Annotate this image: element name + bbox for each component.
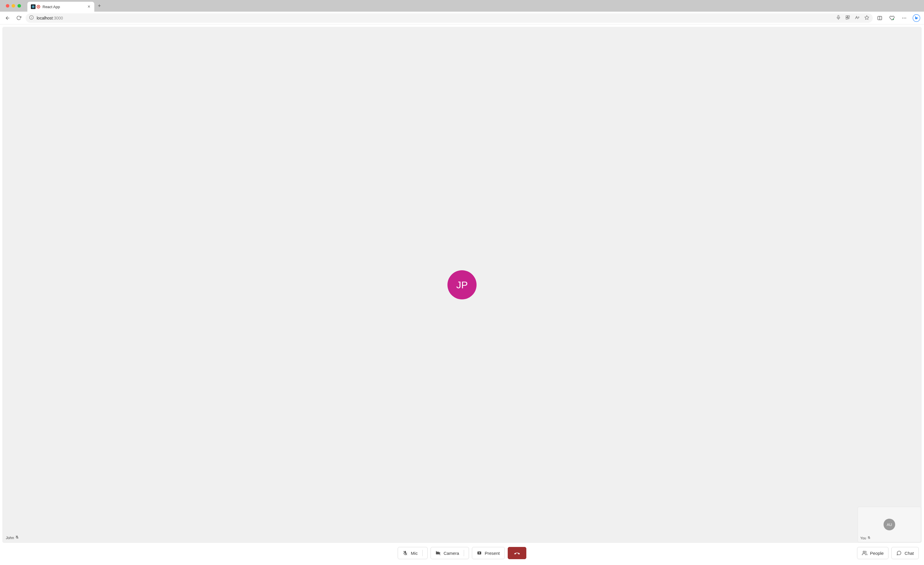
voice-search-icon[interactable] bbox=[836, 15, 841, 21]
url-host: localhost bbox=[37, 16, 53, 20]
present-icon bbox=[477, 551, 482, 556]
mic-label: Mic bbox=[411, 551, 417, 556]
recording-favicon bbox=[37, 5, 40, 9]
minimize-window-button[interactable] bbox=[12, 4, 15, 8]
tab-title: React App bbox=[42, 5, 85, 9]
people-label: People bbox=[870, 551, 884, 556]
svg-rect-9 bbox=[846, 16, 848, 17]
present-label: Present bbox=[485, 551, 500, 556]
more-menu-icon[interactable] bbox=[900, 14, 908, 22]
self-name: You bbox=[860, 536, 866, 540]
participant-avatar: JP bbox=[447, 270, 477, 299]
svg-point-20 bbox=[904, 18, 905, 18]
svg-rect-10 bbox=[848, 16, 849, 17]
video-stage: JP John AU You bbox=[2, 27, 922, 543]
hangup-button[interactable] bbox=[508, 547, 526, 559]
camera-button[interactable]: Camera bbox=[430, 547, 469, 559]
people-button[interactable]: People bbox=[857, 547, 889, 559]
mic-muted-icon bbox=[15, 535, 19, 540]
chat-button[interactable]: Chat bbox=[891, 547, 919, 559]
svg-point-19 bbox=[902, 18, 903, 18]
browser-tab[interactable]: React App × bbox=[27, 2, 94, 12]
self-name-label: You bbox=[860, 536, 871, 540]
address-bar[interactable]: localhost:3000 bbox=[26, 14, 873, 23]
people-icon bbox=[862, 550, 867, 556]
split-screen-icon[interactable] bbox=[876, 14, 884, 22]
svg-rect-11 bbox=[846, 18, 848, 19]
camera-off-icon bbox=[435, 550, 441, 556]
collections-icon[interactable] bbox=[888, 14, 896, 22]
favorite-icon[interactable] bbox=[864, 15, 869, 21]
svg-point-0 bbox=[33, 6, 33, 7]
back-button[interactable] bbox=[3, 14, 12, 22]
hangup-icon bbox=[514, 550, 520, 556]
mic-off-icon bbox=[403, 550, 408, 556]
site-info-icon[interactable] bbox=[29, 15, 34, 21]
mic-muted-icon bbox=[867, 536, 871, 540]
browser-toolbar: localhost:3000 bbox=[0, 12, 924, 24]
present-button[interactable]: Present bbox=[472, 547, 505, 559]
chat-icon bbox=[896, 550, 902, 556]
reload-button[interactable] bbox=[15, 14, 23, 22]
page-content: JP John AU You bbox=[0, 24, 924, 565]
call-control-bar: Mic Camera Present bbox=[2, 543, 922, 563]
svg-point-31 bbox=[863, 551, 865, 553]
url-text: localhost:3000 bbox=[37, 16, 63, 20]
window-controls bbox=[3, 4, 24, 8]
chat-label: Chat bbox=[904, 551, 914, 556]
self-preview-tile[interactable]: AU You bbox=[858, 507, 921, 542]
text-size-icon[interactable] bbox=[855, 15, 860, 21]
mic-button[interactable]: Mic bbox=[398, 547, 428, 559]
svg-marker-15 bbox=[865, 15, 869, 19]
react-favicon bbox=[31, 5, 36, 9]
self-initials: AU bbox=[887, 523, 892, 527]
svg-point-18 bbox=[892, 19, 894, 20]
maximize-window-button[interactable] bbox=[18, 4, 21, 8]
mic-options-divider bbox=[422, 550, 423, 556]
close-window-button[interactable] bbox=[6, 4, 9, 8]
svg-point-21 bbox=[905, 18, 906, 18]
browser-tab-bar: React App × + bbox=[0, 0, 924, 12]
participant-name-label: John bbox=[6, 535, 19, 540]
bing-chat-icon[interactable] bbox=[912, 14, 921, 22]
close-tab-button[interactable]: × bbox=[87, 4, 91, 9]
participant-name: John bbox=[6, 536, 14, 540]
camera-label: Camera bbox=[444, 551, 459, 556]
extensions-icon[interactable] bbox=[845, 15, 850, 21]
self-avatar: AU bbox=[884, 519, 895, 530]
new-tab-button[interactable]: + bbox=[94, 3, 105, 9]
participant-initials: JP bbox=[456, 279, 468, 291]
url-port: :3000 bbox=[53, 16, 63, 20]
